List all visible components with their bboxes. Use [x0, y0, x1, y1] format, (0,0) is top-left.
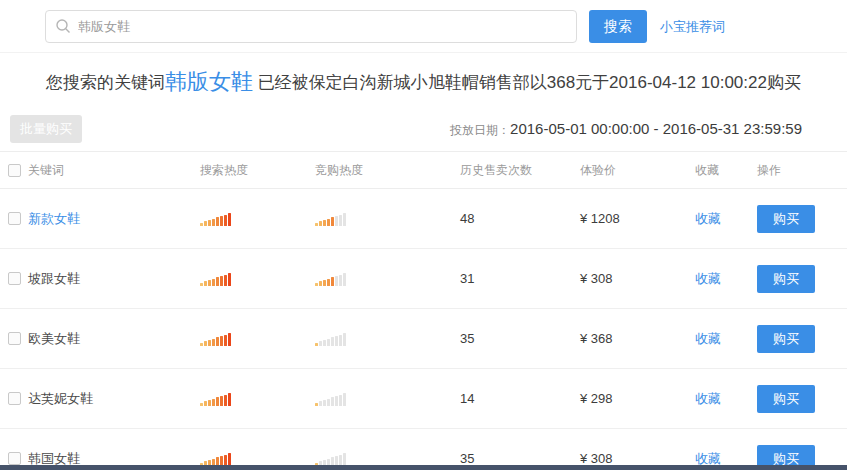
search-button[interactable]: 搜索: [589, 10, 647, 43]
header-keyword: 关键词: [28, 162, 200, 179]
price-value: ¥ 368: [580, 331, 695, 346]
bid-heat-bars: [315, 392, 460, 406]
table-row: 欧美女鞋 35 ¥ 368 收藏 购买: [0, 309, 847, 369]
search-heat-bars: [200, 332, 315, 346]
top-search-bar: 搜索 小宝推荐词: [0, 0, 847, 53]
table-row: 达芙妮女鞋 14 ¥ 298 收藏 购买: [0, 369, 847, 429]
search-heat-bars: [200, 452, 315, 466]
header-search-heat: 搜索热度: [200, 162, 315, 179]
keyword-link[interactable]: 新款女鞋: [28, 211, 80, 226]
delivery-date-range: 2016-05-01 00:00:00 - 2016-05-31 23:59:5…: [510, 120, 802, 137]
row-checkbox[interactable]: [8, 452, 21, 465]
purchase-notice: 您搜索的关键词韩版女鞋 已经被保定白沟新城小旭鞋帽销售部以368元于2016-0…: [0, 53, 847, 107]
row-checkbox[interactable]: [8, 332, 21, 345]
table-row: 新款女鞋 48 ¥ 1208 收藏 购买: [0, 189, 847, 249]
sales-count: 35: [460, 451, 580, 466]
sales-count: 31: [460, 271, 580, 286]
favorite-link[interactable]: 收藏: [695, 451, 721, 466]
row-checkbox[interactable]: [8, 392, 21, 405]
search-input[interactable]: [45, 10, 577, 43]
price-value: ¥ 308: [580, 451, 695, 466]
row-checkbox[interactable]: [8, 272, 21, 285]
row-checkbox[interactable]: [8, 212, 21, 225]
bid-heat-bars: [315, 212, 460, 226]
buy-button[interactable]: 购买: [757, 205, 815, 233]
header-favorite: 收藏: [695, 162, 757, 179]
search-heat-bars: [200, 392, 315, 406]
table-row: 韩国女鞋 35 ¥ 308 收藏 购买: [0, 429, 847, 470]
sales-count: 48: [460, 211, 580, 226]
table-row: 坡跟女鞋 31 ¥ 308 收藏 购买: [0, 249, 847, 309]
sales-count: 14: [460, 391, 580, 406]
table-body: 新款女鞋 48 ¥ 1208 收藏 购买 坡跟女鞋 31 ¥ 308 收藏 购买…: [0, 189, 847, 470]
select-all-checkbox[interactable]: [8, 164, 21, 177]
table-header: 关键词 搜索热度 竞购热度 历史售卖次数 体验价 收藏 操作: [0, 151, 847, 189]
buy-button[interactable]: 购买: [757, 325, 815, 353]
search-icon: [55, 18, 71, 34]
favorite-link[interactable]: 收藏: [695, 271, 721, 286]
header-price: 体验价: [580, 162, 695, 179]
buy-button[interactable]: 购买: [757, 265, 815, 293]
favorite-link[interactable]: 收藏: [695, 331, 721, 346]
toolbar: 批量购买 投放日期：2016-05-01 00:00:00 - 2016-05-…: [0, 107, 847, 151]
header-sales: 历史售卖次数: [460, 162, 580, 179]
favorite-link[interactable]: 收藏: [695, 211, 721, 226]
search-heat-bars: [200, 212, 315, 226]
notice-suffix: 已经被保定白沟新城小旭鞋帽销售部以368元于2016-04-12 10:00:2…: [253, 73, 801, 92]
search-heat-bars: [200, 272, 315, 286]
sales-count: 35: [460, 331, 580, 346]
keyword-link[interactable]: 韩国女鞋: [28, 451, 80, 466]
keyword-link[interactable]: 坡跟女鞋: [28, 271, 80, 286]
bottom-edge-bar: [0, 465, 847, 470]
keyword-link[interactable]: 达芙妮女鞋: [28, 391, 93, 406]
price-value: ¥ 298: [580, 391, 695, 406]
delivery-date-label: 投放日期：: [450, 123, 510, 137]
bid-heat-bars: [315, 452, 460, 466]
recommend-words-link[interactable]: 小宝推荐词: [660, 18, 725, 36]
batch-buy-button[interactable]: 批量购买: [10, 115, 82, 143]
bid-heat-bars: [315, 332, 460, 346]
buy-button[interactable]: 购买: [757, 385, 815, 413]
delivery-date: 投放日期：2016-05-01 00:00:00 - 2016-05-31 23…: [450, 120, 802, 139]
notice-keyword: 韩版女鞋: [165, 69, 253, 94]
header-bid-heat: 竞购热度: [315, 162, 460, 179]
notice-prefix: 您搜索的关键词: [46, 73, 165, 92]
bid-heat-bars: [315, 272, 460, 286]
price-value: ¥ 308: [580, 271, 695, 286]
header-action: 操作: [757, 162, 847, 179]
search-box: [45, 10, 577, 43]
favorite-link[interactable]: 收藏: [695, 391, 721, 406]
price-value: ¥ 1208: [580, 211, 695, 226]
keyword-link[interactable]: 欧美女鞋: [28, 331, 80, 346]
